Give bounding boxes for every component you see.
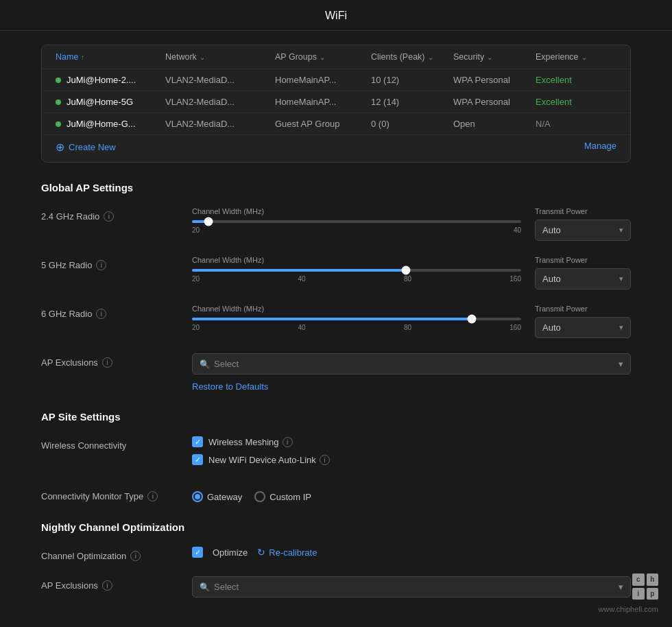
nightly-channel-section: Nightly Channel Optimization Channel Opt… [41, 521, 631, 598]
cell-apgroups-1: HomeMainAP... [275, 97, 371, 107]
cell-network-0: VLAN2-MediaD... [165, 75, 275, 85]
optimize-checkbox[interactable]: ✓ [192, 547, 203, 558]
radio-24-power-dropdown[interactable]: Auto ▾ [535, 220, 631, 241]
security-sort-icon: ⌄ [487, 54, 492, 61]
status-dot-2 [56, 121, 61, 127]
wireless-connectivity-controls: ✓ Wireless Meshing i ✓ New WiFi Device A… [192, 436, 631, 472]
cell-name-0: JuMi@Home-2.... [56, 75, 165, 85]
check-icon: ✓ [195, 548, 201, 557]
watermark-url: www.chiphell.com [599, 605, 658, 613]
new-wifi-info-icon[interactable]: i [320, 455, 330, 465]
gateway-radio[interactable]: Gateway [192, 491, 242, 502]
ap-exclusions-row: AP Exclusions i 🔍 Select ▾ Restore to De… [41, 353, 631, 392]
table-row[interactable]: JuMi@Home-2.... VLAN2-MediaD... HomeMain… [42, 69, 630, 91]
ap-exclusions-controls: 🔍 Select ▾ Restore to Defaults [192, 353, 631, 392]
radio-6-slider[interactable] [192, 317, 521, 321]
page-title: WiFi [0, 0, 672, 31]
experience-sort-icon: ⌄ [581, 54, 587, 61]
table-row[interactable]: JuMi@Home-G... VLAN2-MediaD... Guest AP … [42, 113, 630, 135]
custom-ip-radio[interactable]: Custom IP [254, 491, 311, 502]
nightly-ap-exclusions-row: AP Exclusions i 🔍 Select ▾ [41, 576, 631, 598]
search-icon: 🔍 [200, 359, 210, 369]
manage-link[interactable]: Manage [584, 141, 616, 154]
nightly-ap-exclusions-info-icon[interactable]: i [102, 580, 112, 591]
col-network[interactable]: Network ⌄ [165, 52, 275, 62]
global-ap-settings-section: Global AP Settings 2.4 GHz Radio i Chann… [41, 182, 631, 392]
wireless-connectivity-label: Wireless Connectivity [41, 436, 178, 451]
ap-exclusions-select[interactable]: 🔍 Select ▾ [192, 353, 631, 375]
ap-exclusions-info-icon[interactable]: i [102, 357, 112, 368]
radio-5-controls: Channel Width (MHz) 20 40 80 160 [192, 256, 631, 289]
wireless-meshing-row: ✓ Wireless Meshing i [192, 436, 631, 447]
status-dot-0 [56, 78, 61, 83]
ap-exclusions-label: AP Exclusions i [41, 353, 178, 368]
radio-6-ticks: 20 40 80 160 [192, 324, 521, 331]
create-new-button[interactable]: ⊕ Create New [56, 141, 116, 154]
connectivity-monitor-label: Connectivity Monitor Type i [41, 487, 178, 501]
channel-optimization-label: Channel Optimization i [41, 547, 178, 561]
cell-clients-2: 0 (0) [371, 119, 453, 129]
new-wifi-checkbox[interactable]: ✓ [192, 454, 203, 465]
recalibrate-icon: ↻ [257, 547, 265, 558]
cell-apgroups-2: Guest AP Group [275, 119, 371, 129]
cell-security-1: WPA Personal [453, 97, 536, 107]
radio-5-slider[interactable] [192, 268, 521, 272]
radio-6-power-dropdown[interactable]: Auto ▾ [535, 317, 631, 338]
cell-clients-0: 10 (12) [371, 75, 453, 85]
radio-5-info-icon[interactable]: i [96, 260, 106, 270]
radio-5-power-dropdown[interactable]: Auto ▾ [535, 268, 631, 289]
wireless-meshing-checkbox[interactable]: ✓ [192, 436, 203, 447]
clients-sort-icon: ⌄ [428, 54, 433, 61]
restore-defaults-link[interactable]: Restore to Defaults [192, 381, 268, 392]
wireless-meshing-info-icon[interactable]: i [283, 437, 293, 447]
name-sort-icon: ↑ [81, 54, 84, 61]
cell-security-2: Open [453, 119, 536, 129]
ap-site-settings-title: AP Site Settings [41, 411, 631, 423]
radio-24-slider[interactable] [192, 220, 521, 224]
recalibrate-button[interactable]: ↻ Re-calibrate [257, 547, 317, 558]
chevron-down-icon: ▾ [619, 359, 623, 369]
col-apgroups[interactable]: AP Groups ⌄ [275, 52, 371, 62]
custom-ip-radio-label: Custom IP [269, 492, 311, 502]
optimize-row: ✓ Optimize ↻ Re-calibrate [192, 547, 631, 558]
col-clients[interactable]: Clients (Peak) ⌄ [371, 52, 453, 62]
table-row[interactable]: JuMi@Home-5G VLAN2-MediaD... HomeMainAP.… [42, 91, 630, 113]
custom-ip-radio-outer [254, 491, 265, 502]
cell-name-2: JuMi@Home-G... [56, 119, 165, 129]
col-security[interactable]: Security ⌄ [453, 52, 536, 62]
radio-6-info-icon[interactable]: i [96, 309, 106, 319]
radio-24-ticks: 20 40 [192, 226, 521, 234]
channel-optimization-row: Channel Optimization i ✓ Optimize ↻ Re-c… [41, 547, 631, 561]
chevron-down-icon: ▾ [619, 274, 623, 283]
radio-6-slider-container: Channel Width (MHz) 20 40 80 160 [192, 305, 521, 331]
radio-24-slider-container: Channel Width (MHz) 20 40 [192, 207, 521, 234]
search-icon: 🔍 [200, 582, 210, 592]
cell-network-1: VLAN2-MediaD... [165, 97, 275, 107]
cell-security-0: WPA Personal [453, 75, 536, 85]
radio-24-info-icon[interactable]: i [104, 211, 114, 222]
radio-5-ticks: 20 40 80 160 [192, 275, 521, 283]
nightly-channel-title: Nightly Channel Optimization [41, 521, 631, 533]
col-name[interactable]: Name ↑ [56, 52, 165, 62]
col-experience[interactable]: Experience ⌄ [536, 52, 604, 62]
channel-optimization-controls: ✓ Optimize ↻ Re-calibrate [192, 547, 631, 558]
check-icon: ✓ [195, 456, 201, 464]
gateway-radio-outer [192, 491, 203, 502]
nightly-ap-exclusions-select[interactable]: 🔍 Select ▾ [192, 576, 631, 598]
connectivity-monitor-info-icon[interactable]: i [147, 491, 158, 501]
cell-name-1: JuMi@Home-5G [56, 97, 165, 107]
channel-optimization-info-icon[interactable]: i [130, 551, 141, 561]
table-footer: ⊕ Create New Manage [42, 135, 630, 156]
wireless-meshing-label: Wireless Meshing i [208, 437, 293, 447]
radio-24-power: Transmit Power Auto ▾ [535, 207, 631, 241]
nightly-ap-exclusions-label: AP Exclusions i [41, 576, 178, 591]
ap-site-settings-section: AP Site Settings Wireless Connectivity ✓… [41, 411, 631, 502]
radio-6-power: Transmit Power Auto ▾ [535, 305, 631, 338]
plus-icon: ⊕ [56, 141, 64, 154]
radio-6-label: 6 GHz Radio i [41, 305, 178, 319]
radio-5-power: Transmit Power Auto ▾ [535, 256, 631, 289]
radio-24-controls: Channel Width (MHz) 20 40 Transmit Power [192, 207, 631, 241]
wifi-table-card: Name ↑ Network ⌄ AP Groups ⌄ Clients (Pe… [41, 45, 631, 163]
global-ap-settings-title: Global AP Settings [41, 182, 631, 193]
radio-5-slider-container: Channel Width (MHz) 20 40 80 160 [192, 256, 521, 283]
